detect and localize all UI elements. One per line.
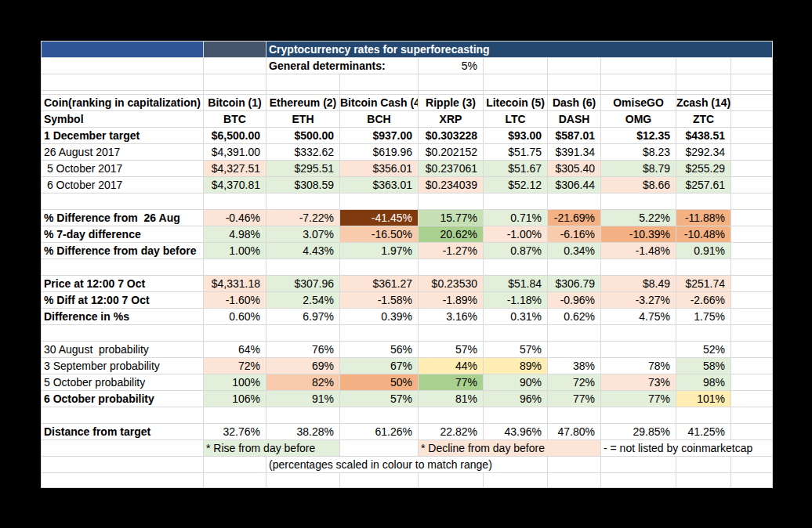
empty-cell[interactable] [340, 74, 419, 91]
empty-cell[interactable] [42, 58, 204, 74]
empty-cell[interactable] [731, 391, 773, 407]
empty-cell[interactable] [419, 407, 484, 424]
empty-cell[interactable] [548, 473, 601, 488]
general-determinants-value[interactable]: 5% [419, 58, 484, 74]
table-cell[interactable]: 78% [601, 358, 676, 374]
empty-cell[interactable] [484, 193, 548, 210]
table-cell[interactable]: $937.00 [340, 128, 419, 144]
table-cell[interactable]: $361.27 [340, 276, 419, 292]
table-cell[interactable]: BCH [340, 111, 419, 128]
empty-cell[interactable] [484, 407, 548, 424]
empty-cell[interactable] [676, 74, 731, 91]
empty-cell[interactable] [731, 309, 773, 325]
empty-cell[interactable] [731, 243, 773, 259]
table-cell[interactable]: 38.28% [266, 424, 340, 440]
table-cell[interactable]: $305.40 [548, 161, 601, 177]
table-cell[interactable]: 52% [676, 342, 731, 358]
row-label[interactable]: % Diff at 12:00 7 Oct [42, 292, 204, 309]
table-cell[interactable]: -21.69% [548, 210, 601, 226]
table-cell[interactable]: 91% [266, 391, 340, 407]
table-cell[interactable]: $363.01 [340, 177, 419, 193]
table-cell[interactable]: 61.26% [340, 424, 419, 440]
general-determinants-label[interactable]: General determinants: [266, 58, 419, 74]
row-label[interactable]: 5 October probability [42, 374, 204, 391]
empty-cell[interactable] [42, 473, 204, 488]
table-cell[interactable]: OmiseGO [601, 95, 676, 111]
empty-cell[interactable] [204, 407, 266, 424]
table-cell[interactable]: 1.00% [204, 243, 266, 259]
table-cell[interactable]: 0.71% [484, 210, 548, 226]
empty-cell[interactable] [601, 473, 676, 488]
empty-cell[interactable] [548, 58, 601, 74]
empty-cell[interactable] [419, 193, 484, 210]
table-cell[interactable]: $306.44 [548, 177, 601, 193]
table-cell[interactable]: DASH [548, 111, 601, 128]
table-cell[interactable]: -2.66% [676, 292, 731, 309]
table-cell[interactable]: $257.61 [676, 177, 731, 193]
table-cell[interactable]: 0.62% [548, 309, 601, 325]
empty-cell[interactable] [204, 457, 266, 473]
empty-cell[interactable] [731, 457, 773, 473]
table-cell[interactable]: $0.202152 [419, 144, 484, 161]
table-cell[interactable]: -0.46% [204, 210, 266, 226]
table-cell[interactable]: -6.16% [548, 226, 601, 243]
table-cell[interactable]: Bitcoin Cash (4) [340, 95, 419, 111]
empty-cell[interactable] [731, 111, 773, 128]
empty-cell[interactable] [548, 342, 601, 358]
empty-cell[interactable] [419, 259, 484, 276]
table-cell[interactable]: 44% [419, 358, 484, 374]
table-cell[interactable]: XRP [419, 111, 484, 128]
empty-cell[interactable] [548, 193, 601, 210]
empty-cell[interactable] [42, 74, 204, 91]
empty-cell[interactable] [266, 74, 340, 91]
table-cell[interactable]: Ethereum (2) [266, 95, 340, 111]
table-cell[interactable]: Dash (6) [548, 95, 601, 111]
table-cell[interactable]: $500.00 [266, 128, 340, 144]
empty-cell[interactable] [601, 58, 676, 74]
table-cell[interactable]: -3.27% [601, 292, 676, 309]
empty-cell[interactable] [340, 193, 419, 210]
empty-cell[interactable] [42, 440, 204, 457]
table-cell[interactable]: 15.77% [419, 210, 484, 226]
table-cell[interactable]: $438.51 [676, 128, 731, 144]
table-cell[interactable]: 38% [548, 358, 601, 374]
row-label[interactable]: 5 October 2017 [42, 161, 204, 177]
table-cell[interactable]: 64% [204, 342, 266, 358]
empty-cell[interactable] [548, 457, 601, 473]
table-cell[interactable]: 0.34% [548, 243, 601, 259]
empty-cell[interactable] [731, 193, 773, 210]
table-cell[interactable]: 5.22% [601, 210, 676, 226]
empty-cell[interactable] [676, 193, 731, 210]
table-cell[interactable]: 106% [204, 391, 266, 407]
empty-cell[interactable] [601, 74, 676, 91]
empty-cell[interactable] [204, 259, 266, 276]
table-cell[interactable]: BTC [204, 111, 266, 128]
empty-cell[interactable] [419, 325, 484, 342]
table-cell[interactable]: 0.91% [676, 243, 731, 259]
table-cell[interactable]: 4.75% [601, 309, 676, 325]
empty-cell[interactable] [42, 457, 204, 473]
sheet-title[interactable]: Cryptocurrency rates for superforecastin… [266, 42, 773, 58]
table-cell[interactable]: $0.234039 [419, 177, 484, 193]
empty-cell[interactable] [731, 276, 773, 292]
table-cell[interactable]: 57% [419, 342, 484, 358]
empty-cell[interactable] [731, 226, 773, 243]
table-cell[interactable]: 3.07% [266, 226, 340, 243]
empty-cell[interactable] [266, 193, 340, 210]
table-cell[interactable]: 72% [548, 374, 601, 391]
table-cell[interactable]: $4,391.00 [204, 144, 266, 161]
table-cell[interactable]: $619.96 [340, 144, 419, 161]
table-cell[interactable]: Bitcoin (1) [204, 95, 266, 111]
empty-cell[interactable] [731, 259, 773, 276]
table-cell[interactable]: -1.89% [419, 292, 484, 309]
table-cell[interactable]: -1.58% [340, 292, 419, 309]
table-cell[interactable]: $52.12 [484, 177, 548, 193]
table-cell[interactable]: 81% [419, 391, 484, 407]
table-cell[interactable]: $0.237061 [419, 161, 484, 177]
empty-cell[interactable] [266, 473, 340, 488]
table-cell[interactable]: 4.98% [204, 226, 266, 243]
table-cell[interactable]: $587.01 [548, 128, 601, 144]
empty-cell[interactable] [676, 58, 731, 74]
table-cell[interactable]: -1.18% [484, 292, 548, 309]
table-cell[interactable]: 41.25% [676, 424, 731, 440]
